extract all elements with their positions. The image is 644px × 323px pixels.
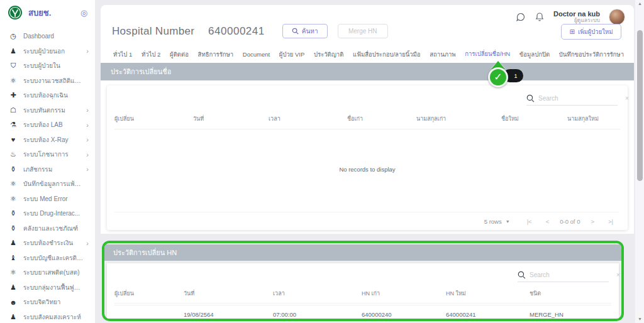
rows-per-page-select[interactable]: 5 rows ▼: [484, 218, 510, 225]
chevron-right-icon: ›: [84, 106, 89, 114]
search-icon: [526, 94, 535, 102]
search-input[interactable]: [538, 95, 621, 102]
sidebar-item-drug-warehouse[interactable]: ⚱คลังยาและเวชภัณฑ์: [0, 221, 95, 236]
tab-8[interactable]: สถานภาพ: [428, 45, 457, 65]
hospital-logo-icon: [8, 5, 23, 20]
merge-hn-button[interactable]: Merge HN: [338, 24, 388, 38]
sidebar-item-rehabilitation[interactable]: ♟ระบบกลุ่มงานฟื้นฟูสม...: [0, 280, 95, 295]
sidebar-item-drug-interaction[interactable]: ⚱ระบบ Drug-Interac...: [0, 206, 95, 221]
sidebar-item-pharmacy[interactable]: ⚱เภสัชกรรม›: [0, 162, 95, 177]
sidebar-item-emergency-room[interactable]: ✚ระบบห้องฉุกเฉิน: [0, 88, 95, 103]
sidebar-item-accounting[interactable]: ♝ระบบบัญชีและเครดิต...: [0, 251, 95, 266]
search-icon: [518, 271, 526, 279]
sidebar-item-label: ระบบกลุ่มงานฟื้นฟูสม...: [23, 283, 84, 292]
sidebar-item-med-error[interactable]: ⚛ระบบ Med Error: [0, 192, 95, 207]
chat-icon[interactable]: [516, 12, 526, 22]
drug-allergy-icon: ⚛: [8, 180, 18, 188]
vertical-scrollbar[interactable]: ▲ ▼: [635, 0, 644, 323]
search-input[interactable]: [530, 271, 613, 278]
clear-search-icon[interactable]: ×: [616, 271, 621, 278]
pharmacy-icon: ⚱: [8, 165, 18, 173]
tab-5[interactable]: ผู้ป่วย VIP: [278, 45, 306, 65]
column-header[interactable]: วันที่: [193, 114, 269, 123]
xray-icon: ♥: [8, 136, 18, 143]
column-header[interactable]: ชนิด: [530, 289, 611, 298]
scroll-up-icon[interactable]: ▲: [635, 0, 644, 8]
emergency-room-icon: ✚: [8, 91, 18, 99]
hn-change-table-header: ผู้เปลี่ยนวันที่เวลาHN เก่าHN ใหม่ชนิด: [114, 283, 611, 304]
hn-change-table-row[interactable]: 19/08/256407:00:00640000240640000241MERG…: [114, 305, 611, 321]
sidebar-item-label: ระบบทันตกรรม: [23, 106, 84, 115]
tab-3[interactable]: สิทธิการรักษา: [197, 45, 235, 65]
last-page-button[interactable]: >|: [602, 218, 619, 225]
sidebar-item-dental[interactable]: ☖ระบบทันตกรรม›: [0, 103, 95, 118]
social-work-icon: ♟: [8, 313, 18, 321]
add-new-patient-button[interactable]: ⊞ เพิ่มผู้ป่วยใหม่: [561, 24, 621, 40]
sidebar-item-nutrition[interactable]: ♨ระบบโภชนาการ›: [0, 147, 95, 162]
tab-1[interactable]: ทั่วไป 2: [140, 45, 162, 65]
clear-search-icon[interactable]: ×: [625, 95, 630, 102]
column-header[interactable]: นามสกุลใหม่: [567, 114, 620, 123]
table-cell: 640000241: [446, 311, 530, 318]
lab-icon: ⚗: [8, 121, 18, 129]
tab-4[interactable]: Document: [242, 46, 271, 63]
column-header[interactable]: ผู้เปลี่ยน: [114, 289, 184, 298]
tab-2[interactable]: ผู้ติดต่อ: [169, 45, 190, 65]
search-hn-button[interactable]: ค้นหา: [282, 24, 328, 38]
sidebar-item-narcotics[interactable]: ⚛ระบบยาเสพติด(บสต): [0, 265, 95, 280]
sidebar-item-psychology[interactable]: ☻ระบบจิตวิทยา: [0, 295, 95, 310]
main-area: Doctor na kub ผู้ดูแลระบบ Hospital Numbe…: [96, 0, 644, 323]
tab-0[interactable]: ทั่วไป 1: [112, 45, 133, 65]
checkmark-icon: ✓: [494, 72, 502, 82]
chevron-right-icon: ›: [84, 121, 89, 129]
column-header[interactable]: นามสกุลเก่า: [416, 114, 501, 123]
search-icon: [292, 28, 299, 35]
hn-change-table-card: × ผู้เปลี่ยนวันที่เวลาHN เก่าHN ใหม่ชนิด…: [107, 263, 619, 319]
column-header[interactable]: ชื่อเก่า: [347, 114, 416, 123]
sidebar-item-label: ระบบบัญชีและเครดิต...: [23, 253, 84, 263]
column-header[interactable]: ชื่อใหม่: [501, 114, 567, 123]
sidebar-item-label: ระบบห้อง LAB: [23, 120, 84, 129]
page-title: Hospital Number: [112, 25, 194, 38]
scrollbar-thumb[interactable]: [637, 30, 643, 181]
column-header[interactable]: ผู้เปลี่ยน: [114, 114, 193, 123]
sidebar-item-social-work[interactable]: ♟ระบบสังคมสงเคราะห์: [0, 310, 95, 323]
sidebar-item-drug-allergy[interactable]: ⚛บันทึกข้อมูลการแพ้ยา...: [0, 177, 95, 192]
next-page-button[interactable]: >: [585, 218, 600, 225]
sidebar-item-label: เภสัชกรรม: [23, 165, 84, 174]
sidebar-item-dashboard[interactable]: ◷Dashboard: [0, 29, 95, 44]
column-header[interactable]: วันที่: [184, 289, 273, 298]
sidebar-item-inpatient[interactable]: ⛉ระบบผู้ป่วยใน: [0, 58, 95, 74]
sidebar-item-xray[interactable]: ♥ระบบห้อง X-Ray›: [0, 133, 95, 148]
prev-page-button[interactable]: <: [540, 218, 555, 225]
tab-7[interactable]: แฟ้มสื่อประกอบ/ลายนิ้วมือ: [352, 45, 422, 65]
chevron-right-icon: ›: [84, 239, 89, 247]
column-header[interactable]: HN ใหม่: [446, 289, 530, 298]
sidebar-item-lab[interactable]: ⚗ระบบห้อง LAB›: [0, 118, 95, 133]
sidebar-collapse-icon[interactable]: ◎: [80, 9, 87, 17]
column-header[interactable]: HN เก่า: [362, 289, 446, 298]
rehabilitation-icon: ♟: [8, 283, 18, 292]
sidebar-item-label: ระบบยาเสพติด(บสต): [23, 268, 84, 277]
table-cell: 19/08/2564: [184, 311, 273, 318]
first-page-button[interactable]: |<: [521, 218, 538, 225]
sidebar-item-cashier[interactable]: ♟ระบบห้องชำระเงิน›: [0, 236, 95, 251]
notifications-bell-icon[interactable]: [535, 12, 545, 22]
patient-card: Doctor na kub ผู้ดูแลระบบ Hospital Numbe…: [101, 5, 634, 234]
tab-6[interactable]: ประวัติญาติ: [313, 45, 345, 65]
column-header[interactable]: เวลา: [269, 114, 347, 123]
sidebar-item-outpatient[interactable]: ♟ระบบผู้ป่วยนอก›: [0, 44, 95, 59]
tab-10[interactable]: ข้อมูลปกปิด: [518, 45, 551, 65]
cashier-icon: ♟: [8, 239, 18, 247]
brand-name: สบยช.: [28, 6, 80, 19]
chevron-right-icon: ›: [84, 47, 89, 55]
column-header[interactable]: เวลา: [273, 289, 362, 298]
tab-11[interactable]: บันทึกขอประวัติการรักษา: [558, 45, 625, 65]
sidebar-item-medical-stats[interactable]: ⚛ระบบงานเวชสถิติและ...: [0, 74, 95, 89]
user-avatar[interactable]: [609, 9, 625, 25]
sidebar-item-label: ระบบ Med Error: [23, 194, 84, 204]
sidebar-item-label: ระบบสังคมสงเคราะห์: [23, 312, 84, 322]
scroll-down-icon[interactable]: ▼: [635, 315, 644, 323]
accounting-icon: ♝: [8, 254, 18, 262]
user-menu[interactable]: Doctor na kub ผู้ดูแลระบบ: [553, 10, 600, 24]
